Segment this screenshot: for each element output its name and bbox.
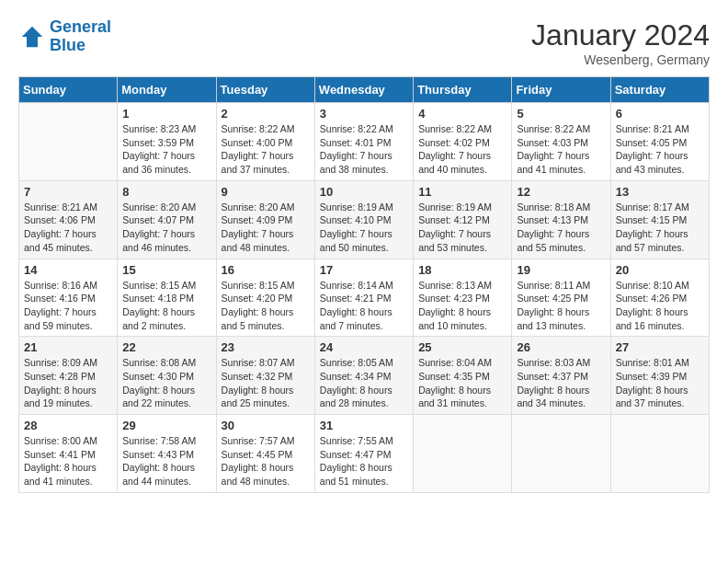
calendar-cell: 3Sunrise: 8:22 AMSunset: 4:01 PMDaylight… xyxy=(314,103,413,181)
day-number: 18 xyxy=(418,263,506,277)
calendar-cell: 28Sunrise: 8:00 AMSunset: 4:41 PMDayligh… xyxy=(19,415,118,493)
day-number: 26 xyxy=(517,340,605,354)
day-info: Sunrise: 8:18 AMSunset: 4:13 PMDaylight:… xyxy=(517,201,605,255)
calendar-cell: 20Sunrise: 8:10 AMSunset: 4:26 PMDayligh… xyxy=(610,259,709,337)
weekday-header-row: SundayMondayTuesdayWednesdayThursdayFrid… xyxy=(19,77,710,103)
weekday-header-monday: Monday xyxy=(118,77,216,103)
day-info: Sunrise: 8:23 AMSunset: 3:59 PMDaylight:… xyxy=(122,122,210,177)
day-info: Sunrise: 8:13 AMSunset: 4:23 PMDaylight:… xyxy=(418,279,506,333)
calendar-cell: 26Sunrise: 8:03 AMSunset: 4:37 PMDayligh… xyxy=(512,337,610,415)
calendar-cell: 22Sunrise: 8:08 AMSunset: 4:30 PMDayligh… xyxy=(118,337,216,415)
day-number: 12 xyxy=(517,185,605,199)
calendar-week-3: 14Sunrise: 8:16 AMSunset: 4:16 PMDayligh… xyxy=(19,259,710,337)
day-info: Sunrise: 8:09 AMSunset: 4:28 PMDaylight:… xyxy=(24,356,112,410)
calendar-cell xyxy=(414,415,512,493)
weekday-header-tuesday: Tuesday xyxy=(216,77,314,103)
svg-marker-0 xyxy=(22,27,43,48)
day-info: Sunrise: 8:10 AMSunset: 4:26 PMDaylight:… xyxy=(616,279,704,333)
calendar-cell: 9Sunrise: 8:20 AMSunset: 4:09 PMDaylight… xyxy=(216,180,314,259)
day-number: 6 xyxy=(616,107,704,121)
calendar-cell: 11Sunrise: 8:19 AMSunset: 4:12 PMDayligh… xyxy=(414,180,512,259)
calendar-cell: 17Sunrise: 8:14 AMSunset: 4:21 PMDayligh… xyxy=(314,259,413,337)
day-number: 3 xyxy=(320,107,408,121)
day-info: Sunrise: 8:15 AMSunset: 4:20 PMDaylight:… xyxy=(222,279,310,333)
calendar-cell: 16Sunrise: 8:15 AMSunset: 4:20 PMDayligh… xyxy=(216,259,314,337)
day-info: Sunrise: 8:16 AMSunset: 4:16 PMDaylight:… xyxy=(24,279,112,333)
day-number: 8 xyxy=(122,185,210,199)
calendar-cell: 7Sunrise: 8:21 AMSunset: 4:06 PMDaylight… xyxy=(19,180,118,259)
calendar-table: SundayMondayTuesdayWednesdayThursdayFrid… xyxy=(18,76,710,493)
day-number: 17 xyxy=(320,263,408,277)
calendar-cell: 27Sunrise: 8:01 AMSunset: 4:39 PMDayligh… xyxy=(610,337,709,415)
day-number: 9 xyxy=(222,185,310,199)
day-number: 28 xyxy=(24,419,112,432)
day-number: 15 xyxy=(122,263,210,277)
day-info: Sunrise: 8:04 AMSunset: 4:35 PMDaylight:… xyxy=(418,356,506,410)
day-info: Sunrise: 8:19 AMSunset: 4:12 PMDaylight:… xyxy=(418,201,506,255)
logo: General Blue xyxy=(18,18,111,55)
logo-text: General Blue xyxy=(50,18,111,55)
day-number: 25 xyxy=(418,340,506,354)
calendar-cell: 31Sunrise: 7:55 AMSunset: 4:47 PMDayligh… xyxy=(314,415,413,493)
weekday-header-thursday: Thursday xyxy=(414,77,512,103)
day-info: Sunrise: 8:08 AMSunset: 4:30 PMDaylight:… xyxy=(122,356,210,410)
day-info: Sunrise: 8:00 AMSunset: 4:41 PMDaylight:… xyxy=(24,434,112,488)
day-number: 1 xyxy=(122,107,210,121)
calendar-week-5: 28Sunrise: 8:00 AMSunset: 4:41 PMDayligh… xyxy=(19,415,710,493)
calendar-cell: 21Sunrise: 8:09 AMSunset: 4:28 PMDayligh… xyxy=(19,337,118,415)
month-title: January 2024 xyxy=(531,18,710,52)
calendar-week-1: 1Sunrise: 8:23 AMSunset: 3:59 PMDaylight… xyxy=(19,103,710,181)
calendar-cell: 18Sunrise: 8:13 AMSunset: 4:23 PMDayligh… xyxy=(414,259,512,337)
day-info: Sunrise: 7:57 AMSunset: 4:45 PMDaylight:… xyxy=(222,434,310,488)
day-info: Sunrise: 8:19 AMSunset: 4:10 PMDaylight:… xyxy=(320,201,408,255)
day-number: 13 xyxy=(616,185,704,199)
day-number: 19 xyxy=(517,263,605,277)
calendar-week-2: 7Sunrise: 8:21 AMSunset: 4:06 PMDaylight… xyxy=(19,180,710,259)
day-info: Sunrise: 8:22 AMSunset: 4:02 PMDaylight:… xyxy=(418,122,506,177)
day-number: 2 xyxy=(222,107,310,121)
calendar-cell: 29Sunrise: 7:58 AMSunset: 4:43 PMDayligh… xyxy=(118,415,216,493)
title-block: January 2024 Wesenberg, Germany xyxy=(531,18,710,67)
day-number: 27 xyxy=(616,340,704,354)
calendar-cell: 12Sunrise: 8:18 AMSunset: 4:13 PMDayligh… xyxy=(512,180,610,259)
weekday-header-friday: Friday xyxy=(512,77,610,103)
calendar-cell: 5Sunrise: 8:22 AMSunset: 4:03 PMDaylight… xyxy=(512,103,610,181)
day-info: Sunrise: 8:14 AMSunset: 4:21 PMDaylight:… xyxy=(320,279,408,333)
day-info: Sunrise: 8:03 AMSunset: 4:37 PMDaylight:… xyxy=(517,356,605,410)
weekday-header-saturday: Saturday xyxy=(610,77,709,103)
day-info: Sunrise: 8:20 AMSunset: 4:09 PMDaylight:… xyxy=(222,201,310,255)
day-number: 24 xyxy=(320,340,408,354)
day-number: 30 xyxy=(222,419,310,432)
calendar-cell: 1Sunrise: 8:23 AMSunset: 3:59 PMDaylight… xyxy=(118,103,216,181)
calendar-cell: 24Sunrise: 8:05 AMSunset: 4:34 PMDayligh… xyxy=(314,337,413,415)
day-info: Sunrise: 8:05 AMSunset: 4:34 PMDaylight:… xyxy=(320,356,408,410)
calendar-cell xyxy=(512,415,610,493)
calendar-cell: 8Sunrise: 8:20 AMSunset: 4:07 PMDaylight… xyxy=(118,180,216,259)
day-number: 10 xyxy=(320,185,408,199)
weekday-header-sunday: Sunday xyxy=(19,77,118,103)
logo-general: General xyxy=(50,17,111,36)
day-number: 4 xyxy=(418,107,506,121)
day-info: Sunrise: 8:07 AMSunset: 4:32 PMDaylight:… xyxy=(222,356,310,410)
calendar-cell: 14Sunrise: 8:16 AMSunset: 4:16 PMDayligh… xyxy=(19,259,118,337)
calendar-cell: 10Sunrise: 8:19 AMSunset: 4:10 PMDayligh… xyxy=(314,180,413,259)
day-number: 31 xyxy=(320,419,408,432)
calendar-cell: 23Sunrise: 8:07 AMSunset: 4:32 PMDayligh… xyxy=(216,337,314,415)
day-info: Sunrise: 8:11 AMSunset: 4:25 PMDaylight:… xyxy=(517,279,605,333)
logo-blue: Blue xyxy=(50,36,85,54)
day-info: Sunrise: 8:22 AMSunset: 4:03 PMDaylight:… xyxy=(517,122,605,177)
calendar-cell: 6Sunrise: 8:21 AMSunset: 4:05 PMDaylight… xyxy=(610,103,709,181)
calendar-cell: 4Sunrise: 8:22 AMSunset: 4:02 PMDaylight… xyxy=(414,103,512,181)
page-header: General Blue January 2024 Wesenberg, Ger… xyxy=(18,18,710,67)
calendar-cell: 13Sunrise: 8:17 AMSunset: 4:15 PMDayligh… xyxy=(610,180,709,259)
logo-icon xyxy=(18,23,46,51)
day-info: Sunrise: 8:20 AMSunset: 4:07 PMDaylight:… xyxy=(122,201,210,255)
day-info: Sunrise: 8:17 AMSunset: 4:15 PMDaylight:… xyxy=(616,201,704,255)
calendar-week-4: 21Sunrise: 8:09 AMSunset: 4:28 PMDayligh… xyxy=(19,337,710,415)
day-info: Sunrise: 8:21 AMSunset: 4:06 PMDaylight:… xyxy=(24,201,112,255)
calendar-cell: 19Sunrise: 8:11 AMSunset: 4:25 PMDayligh… xyxy=(512,259,610,337)
day-number: 29 xyxy=(122,419,210,432)
calendar-cell xyxy=(19,103,118,181)
day-number: 20 xyxy=(616,263,704,277)
day-info: Sunrise: 8:15 AMSunset: 4:18 PMDaylight:… xyxy=(122,279,210,333)
